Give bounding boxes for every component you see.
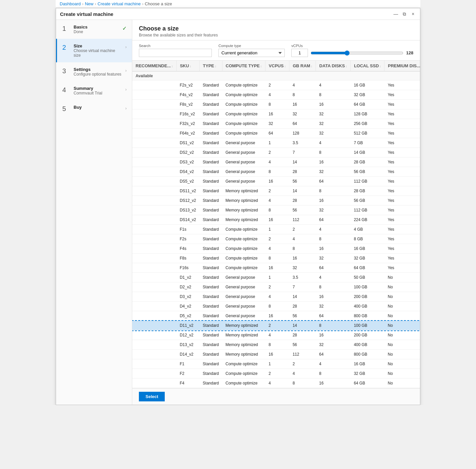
breadcrumb-create-vm[interactable]: Create virtual machine <box>97 1 141 6</box>
col-compute-type[interactable]: COMPUTE TYPE↕ <box>222 61 265 71</box>
table-row[interactable]: F2 Standard Compute optimize 2 4 8 32 GB… <box>132 369 420 379</box>
col-vcpus[interactable]: VCPUS↕ <box>265 61 289 71</box>
cell-localssd: 400 GB <box>350 340 384 350</box>
sidebar-item-buy[interactable]: 5 Buy › <box>56 100 132 117</box>
col-recommended[interactable]: RECOMMENDE...↕ <box>132 61 176 71</box>
table-row[interactable]: D5_v2 Standard General purpose 16 56 64 … <box>132 311 420 321</box>
close-button[interactable]: × <box>410 11 416 17</box>
table-row[interactable]: D12_v2 Standard Memory optimized 4 28 16… <box>132 330 420 340</box>
table-row[interactable]: D2_v2 Standard General purpose 2 7 8 100… <box>132 282 420 292</box>
table-row[interactable]: F4s_v2 Standard Compute optimize 4 8 8 3… <box>132 90 420 100</box>
cell-type: Standard <box>200 129 222 138</box>
table-row[interactable]: DS1_v2 Standard General purpose 1 3.5 4 … <box>132 138 420 148</box>
sidebar-item-summary[interactable]: 4 Summary Commvault Trial › <box>56 81 132 100</box>
sort-type-icon: ↕ <box>215 65 216 68</box>
cell-premium: Yes <box>385 157 420 167</box>
cell-premium: Yes <box>385 81 420 90</box>
content-subtitle: Browse the available sizes and their fea… <box>139 33 413 37</box>
select-button[interactable]: Select <box>139 392 165 401</box>
cell-sku: F2 <box>176 369 199 379</box>
cell-localssd: 256 GB <box>350 119 384 129</box>
minimize-button[interactable]: — <box>393 11 399 17</box>
cell-localssd: 100 GB <box>350 282 384 292</box>
compute-type-select[interactable]: All generations Current generation Previ… <box>218 49 285 57</box>
cell-recommended <box>132 148 176 157</box>
cell-gbram: 28 <box>289 167 316 177</box>
table-row[interactable]: D3_v2 Standard General purpose 4 14 16 2… <box>132 292 420 302</box>
vcpu-min-input[interactable]: 1 <box>291 49 308 57</box>
cell-sku: DS14_v2 <box>176 215 199 225</box>
sidebar-item-settings[interactable]: 3 Settings Configure optional features › <box>56 62 132 81</box>
window-create-vm: Create virtual machine — ⧉ × 1 Basics Do… <box>56 8 420 405</box>
step-label-settings: Settings <box>74 67 123 72</box>
table-row[interactable]: D13_v2 Standard Memory optimized 8 56 32… <box>132 340 420 350</box>
cell-premium: No <box>385 350 420 359</box>
restore-button[interactable]: ⧉ <box>401 11 407 17</box>
search-group: Search <box>139 44 212 57</box>
table-row[interactable]: F2s_v2 Standard Compute optimize 2 4 4 1… <box>132 81 420 90</box>
cell-sku: DS4_v2 <box>176 167 199 177</box>
table-row[interactable]: F64s_v2 Standard Compute optimize 64 128… <box>132 129 420 138</box>
cell-gbram: 8 <box>289 244 316 254</box>
table-row[interactable]: F32s_v2 Standard Compute optimize 32 64 … <box>132 119 420 129</box>
table-row[interactable]: F1s Standard Compute optimize 1 2 4 4 GB… <box>132 225 420 234</box>
cell-premium: No <box>385 282 420 292</box>
cell-datadisks: 8 <box>316 234 351 244</box>
sidebar-item-size[interactable]: 2 Size Choose virtual machine size › <box>56 39 132 62</box>
cell-recommended <box>132 292 176 302</box>
table-row[interactable]: F1 Standard Compute optimize 1 2 4 16 GB… <box>132 359 420 369</box>
cell-type: Standard <box>200 109 222 119</box>
cell-sku: F4 <box>176 379 199 388</box>
table-row[interactable]: DS13_v2 Standard Memory optimized 8 56 3… <box>132 205 420 215</box>
table-row[interactable]: DS5_v2 Standard General purpose 16 56 64… <box>132 177 420 186</box>
cell-type: Standard <box>200 369 222 379</box>
col-gbram[interactable]: GB RAM↕ <box>289 61 316 71</box>
table-row[interactable]: F8s Standard Compute optimize 8 16 32 32… <box>132 254 420 263</box>
cell-computetype: Compute optimize <box>222 225 265 234</box>
table-row[interactable]: DS2_v2 Standard General purpose 2 7 8 14… <box>132 148 420 157</box>
cell-localssd: 4 GB <box>350 225 384 234</box>
table-row[interactable]: DS11_v2 Standard Memory optimized 2 14 8… <box>132 186 420 196</box>
cell-premium: Yes <box>385 205 420 215</box>
table-row[interactable]: D14_v2 Standard Memory optimized 16 112 … <box>132 350 420 359</box>
step-arrow-size: › <box>125 45 127 49</box>
cell-type: Standard <box>200 215 222 225</box>
col-sku[interactable]: SKU↕ <box>176 61 199 71</box>
cell-sku: F64s_v2 <box>176 129 199 138</box>
table-row[interactable]: F2s Standard Compute optimize 2 4 8 8 GB… <box>132 234 420 244</box>
table-row[interactable]: F16s Standard Compute optimize 16 32 64 … <box>132 263 420 273</box>
cell-vcpus: 2 <box>265 234 289 244</box>
table-row[interactable]: F4 Standard Compute optimize 4 8 16 64 G… <box>132 379 420 388</box>
table-row[interactable]: F4s Standard Compute optimize 4 8 16 16 … <box>132 244 420 254</box>
cell-gbram: 56 <box>289 311 316 321</box>
col-datadisks[interactable]: DATA DISKS↕ <box>316 61 351 71</box>
cell-gbram: 16 <box>289 100 316 109</box>
table-row[interactable]: DS4_v2 Standard General purpose 8 28 32 … <box>132 167 420 177</box>
cell-gbram: 4 <box>289 234 316 244</box>
table-row[interactable]: D11_v2 Standard Memory optimized 2 14 8 … <box>132 321 420 330</box>
table-row[interactable]: DS12_v2 Standard Memory optimized 4 28 1… <box>132 196 420 205</box>
cell-type: Standard <box>200 186 222 196</box>
step-sub-settings: Configure optional features <box>74 72 123 77</box>
col-premium[interactable]: PREMIUM DIS...↕ <box>385 61 420 71</box>
vcpu-slider[interactable] <box>311 50 403 56</box>
cell-datadisks: 32 <box>316 109 351 119</box>
table-row[interactable]: F16s_v2 Standard Compute optimize 16 32 … <box>132 109 420 119</box>
search-input[interactable] <box>139 49 212 57</box>
sidebar-item-basics[interactable]: 1 Basics Done ✓ <box>56 20 132 39</box>
sort-vcpus-icon: ↕ <box>284 65 286 68</box>
col-type[interactable]: TYPE↕ <box>200 61 222 71</box>
table-row[interactable]: DS3_v2 Standard General purpose 4 14 16 … <box>132 157 420 167</box>
table-row[interactable]: DS14_v2 Standard Memory optimized 16 112… <box>132 215 420 225</box>
col-localssd[interactable]: LOCAL SSD↕ <box>350 61 384 71</box>
breadcrumb-new[interactable]: New <box>85 1 93 6</box>
cell-localssd: 200 GB <box>350 330 384 340</box>
table-row[interactable]: D1_v2 Standard General purpose 1 3.5 4 5… <box>132 273 420 282</box>
cell-recommended <box>132 167 176 177</box>
table-row[interactable]: F8s_v2 Standard Compute optimize 8 16 16… <box>132 100 420 109</box>
cell-datadisks: 32 <box>316 167 351 177</box>
table-row[interactable]: D4_v2 Standard General purpose 8 28 32 4… <box>132 302 420 311</box>
breadcrumb-dashboard[interactable]: Dashboard <box>60 1 81 6</box>
cell-type: Standard <box>200 167 222 177</box>
cell-recommended <box>132 302 176 311</box>
